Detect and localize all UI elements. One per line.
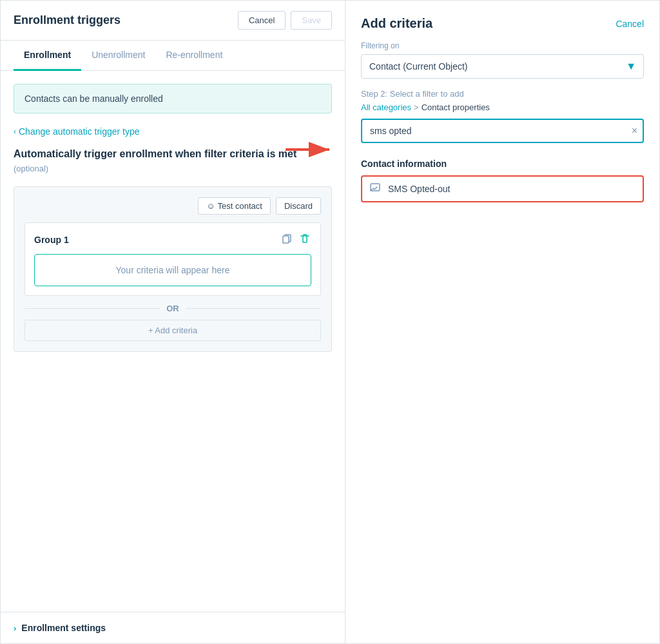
trash-icon	[300, 233, 310, 244]
enrollment-settings[interactable]: › Enrollment settings	[1, 612, 345, 643]
change-trigger-link[interactable]: ‹ Change automatic trigger type	[14, 126, 332, 137]
group-container: Group 1	[24, 222, 321, 296]
tabs-container: Enrollment Unenrollment Re-enrollment	[1, 41, 345, 71]
contact-info-title: Contact information	[361, 159, 644, 169]
test-contact-label: Test contact	[218, 201, 262, 211]
breadcrumb: All categories > Contact properties	[361, 102, 644, 112]
auto-trigger-title: Automatically trigger enrollment when fi…	[14, 147, 332, 176]
criteria-placeholder-text: Your criteria will appear here	[116, 265, 230, 275]
filtering-on-label: Filtering on	[361, 41, 644, 50]
criteria-box: ☺ Test contact Discard Group 1	[14, 186, 332, 352]
contact-info-section: Contact information SMS Opted-out	[361, 159, 644, 202]
manual-enroll-text: Contacts can be manually enrolled	[24, 93, 163, 104]
left-header: Enrollment triggers Cancel Save	[1, 1, 345, 41]
tab-enrollment[interactable]: Enrollment	[14, 41, 81, 71]
page-title: Enrollment triggers	[14, 14, 121, 27]
right-header: Add criteria Cancel	[361, 16, 644, 31]
filter-select[interactable]: Contact (Current Object)	[361, 54, 644, 79]
sms-icon	[370, 183, 382, 195]
or-label: OR	[166, 304, 179, 313]
step2-label: Step 2: Select a filter to add	[361, 89, 644, 99]
group-header: Group 1	[34, 232, 311, 248]
copy-group-button[interactable]	[280, 232, 293, 248]
header-buttons: Cancel Save	[238, 11, 332, 30]
search-clear-button[interactable]: ×	[632, 125, 637, 137]
cancel-button[interactable]: Cancel	[238, 11, 286, 30]
enrollment-settings-label: Enrollment settings	[21, 623, 106, 633]
breadcrumb-all-categories[interactable]: All categories	[361, 102, 411, 112]
tab-unenrollment[interactable]: Unenrollment	[81, 41, 155, 71]
auto-trigger-main-text: Automatically trigger enrollment when fi…	[14, 148, 296, 159]
breadcrumb-current: Contact properties	[422, 102, 490, 112]
filter-select-wrapper: Contact (Current Object) ▼	[361, 54, 644, 79]
add-criteria-title: Add criteria	[361, 16, 432, 31]
search-wrapper: ×	[361, 119, 644, 143]
delete-group-button[interactable]	[298, 232, 311, 248]
change-trigger-label: Change automatic trigger type	[19, 126, 140, 137]
group-title: Group 1	[34, 235, 69, 245]
right-panel: Add criteria Cancel Filtering on Contact…	[345, 1, 659, 643]
search-input[interactable]	[361, 119, 644, 143]
add-criteria-label: + Add criteria	[148, 326, 197, 335]
left-panel: Enrollment triggers Cancel Save Enrollme…	[1, 1, 345, 643]
group-actions	[280, 232, 311, 248]
criteria-placeholder: Your criteria will appear here	[34, 254, 311, 286]
person-icon: ☺	[206, 201, 215, 211]
right-cancel-button[interactable]: Cancel	[616, 19, 644, 29]
breadcrumb-separator: >	[414, 102, 419, 112]
svg-rect-1	[283, 236, 289, 243]
chevron-left-icon: ‹	[14, 127, 16, 136]
left-content: Contacts can be manually enrolled ‹ Chan…	[1, 71, 345, 612]
tab-reenrollment[interactable]: Re-enrollment	[155, 41, 233, 71]
sms-opted-out-item[interactable]: SMS Opted-out	[361, 175, 644, 202]
criteria-toolbar: ☺ Test contact Discard	[24, 197, 321, 215]
auto-trigger-optional: (optional)	[14, 164, 48, 173]
discard-button[interactable]: Discard	[276, 197, 321, 215]
save-button[interactable]: Save	[291, 11, 332, 30]
copy-icon	[282, 233, 292, 244]
test-contact-button[interactable]: ☺ Test contact	[198, 197, 271, 215]
add-criteria-button[interactable]: + Add criteria	[24, 320, 321, 341]
sms-opted-out-label: SMS Opted-out	[388, 184, 451, 194]
manual-enroll-box: Contacts can be manually enrolled	[14, 84, 332, 113]
chevron-right-icon: ›	[14, 623, 16, 633]
or-divider: OR	[24, 304, 321, 313]
